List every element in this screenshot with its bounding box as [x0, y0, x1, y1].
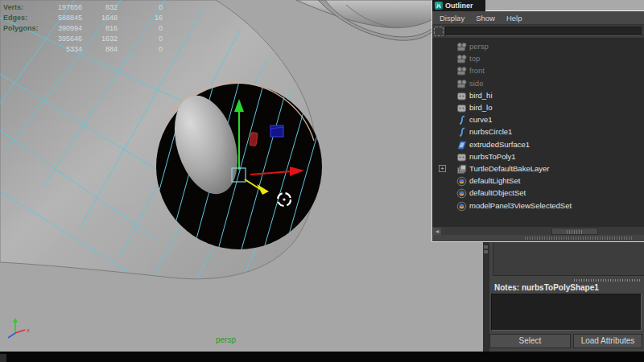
blue-axis-cube	[270, 125, 283, 137]
mesh-icon	[456, 151, 467, 162]
hud-selected-value: 1632	[82, 34, 118, 44]
hud-component-value: 0	[118, 23, 163, 34]
menu-show[interactable]: Show	[476, 14, 495, 23]
camera-icon	[456, 65, 467, 76]
outliner-item[interactable]: + modelPanel3ViewSelectedSet	[432, 199, 644, 211]
camera-icon	[456, 78, 467, 88]
curve-icon	[456, 126, 467, 137]
hud-component-value: 0	[118, 34, 163, 44]
select-button[interactable]: Select	[489, 334, 571, 348]
outliner-search-row	[432, 25, 644, 38]
outliner-item[interactable]: + extrudedSurface1	[432, 138, 644, 150]
set-icon	[456, 200, 467, 211]
menu-help[interactable]: Help	[506, 14, 522, 23]
attribute-editor-scroll-area[interactable]	[493, 238, 644, 276]
hud-row-label	[3, 34, 50, 44]
outliner-item-label: top	[469, 54, 480, 63]
hud-total-value: 197856	[50, 2, 82, 13]
outliner-item[interactable]: + bird_lo	[432, 101, 644, 113]
outliner-item-label: extrudedSurface1	[469, 140, 530, 149]
axis-x-label: x	[27, 327, 30, 334]
surface-icon	[456, 139, 467, 150]
outliner-horizontal-scrollbar[interactable]: ◄	[432, 226, 644, 235]
hud-row-label: Polygons:	[3, 23, 50, 34]
hud-selected-value: 816	[82, 23, 118, 34]
outliner-item-label: side	[469, 79, 483, 88]
hud-selected-value: 1648	[82, 13, 118, 23]
outliner-item[interactable]: + curve1	[432, 113, 644, 125]
maya-application: x Verts: 197856 832 0 Edges: 588845 1648…	[0, 0, 644, 362]
outliner-item[interactable]: + side	[432, 77, 644, 89]
load-attributes-button[interactable]: Load Attributes	[573, 334, 642, 348]
outliner-item[interactable]: + persp	[432, 40, 644, 52]
bottom-bar	[0, 352, 644, 362]
hud-selected-value: 884	[82, 44, 118, 55]
notes-label: Notes: nurbsToPolyShape1	[494, 283, 599, 292]
hud-row-label: Edges:	[3, 13, 50, 23]
hud-row-label	[3, 44, 50, 55]
outliner-item[interactable]: + nurbsToPoly1	[432, 150, 644, 162]
outliner-item[interactable]: + nurbsCircle1	[432, 125, 644, 138]
outliner-title-tab[interactable]: Outliner	[432, 0, 485, 11]
outliner-titlebar[interactable]: Outliner	[432, 0, 644, 11]
outliner-item[interactable]: + bird_hi	[432, 89, 644, 101]
bake-layer-icon	[456, 163, 467, 174]
set-icon	[456, 175, 467, 186]
outliner-title: Outliner	[445, 2, 473, 10]
set-icon	[456, 187, 467, 198]
outliner-resize-grip[interactable]	[432, 235, 644, 241]
outliner-search-input[interactable]	[445, 27, 642, 36]
divider-grip[interactable]	[484, 245, 488, 249]
hud-row: 5334 884 0	[3, 44, 164, 55]
red-axis-box	[250, 133, 258, 146]
camera-icon	[456, 53, 467, 64]
hud-component-value: 0	[118, 44, 163, 55]
poly-count-hud: Verts: 197856 832 0 Edges: 588845 1648 1…	[3, 2, 164, 55]
expand-plus-icon[interactable]: +	[439, 165, 446, 172]
hud-row: 395646 1632 0	[3, 34, 164, 44]
maya-app-icon	[435, 2, 443, 10]
outliner-tree: + persp + top + front + side	[432, 38, 644, 226]
camera-icon	[456, 41, 467, 51]
hud-selected-value: 832	[82, 2, 118, 13]
hud-row: Verts: 197856 832 0	[3, 2, 164, 13]
outliner-item[interactable]: + front	[432, 64, 644, 76]
hud-total-value: 390994	[50, 23, 82, 34]
hud-component-value: 16	[118, 13, 163, 23]
outliner-item-label: bird_hi	[469, 91, 493, 100]
outliner-item-label: TurtleDefaultBakeLayer	[469, 164, 549, 173]
camera-name-label: persp	[216, 335, 236, 344]
filter-icon[interactable]	[434, 27, 444, 36]
hud-row: Edges: 588845 1648 16	[3, 13, 164, 23]
hud-component-value: 0	[118, 2, 163, 13]
outliner-window: Outliner Display Show Help + persp + top	[431, 0, 644, 242]
curve-icon	[456, 114, 467, 125]
divider-grip[interactable]	[484, 250, 488, 253]
outliner-item-label: curve1	[469, 115, 493, 124]
outliner-item-label: persp	[469, 42, 489, 51]
scrollbar-left-arrow-icon[interactable]: ◄	[433, 228, 441, 235]
mesh-icon	[456, 102, 467, 113]
outliner-item-label: front	[469, 66, 485, 75]
outliner-item[interactable]: + top	[432, 52, 644, 64]
outliner-item[interactable]: + defaultObjectSet	[432, 187, 644, 199]
menu-display[interactable]: Display	[440, 14, 464, 23]
outliner-item[interactable]: + TurtleDefaultBakeLayer	[432, 162, 644, 175]
hud-row: Polygons: 390994 816 0	[3, 23, 164, 34]
hud-total-value: 395646	[50, 34, 82, 44]
outliner-item-label: defaultObjectSet	[469, 188, 526, 197]
hud-total-value: 588845	[50, 13, 82, 23]
outliner-item[interactable]: + defaultLightSet	[432, 175, 644, 187]
notes-section-drag-handle[interactable]	[574, 279, 642, 282]
outliner-item-label: bird_lo	[469, 103, 493, 112]
outliner-item-label: nurbsCircle1	[469, 127, 512, 136]
scrollbar-thumb[interactable]	[551, 228, 598, 235]
bottom-bar-segment	[0, 354, 6, 362]
mesh-icon	[456, 90, 467, 101]
hud-row-label: Verts:	[3, 2, 50, 13]
outliner-menubar: Display Show Help	[432, 11, 644, 25]
outliner-item-label: nurbsToPoly1	[469, 152, 516, 161]
outliner-item-label: defaultLightSet	[469, 176, 520, 185]
hud-total-value: 5334	[50, 44, 82, 55]
notes-textarea[interactable]	[491, 294, 642, 331]
